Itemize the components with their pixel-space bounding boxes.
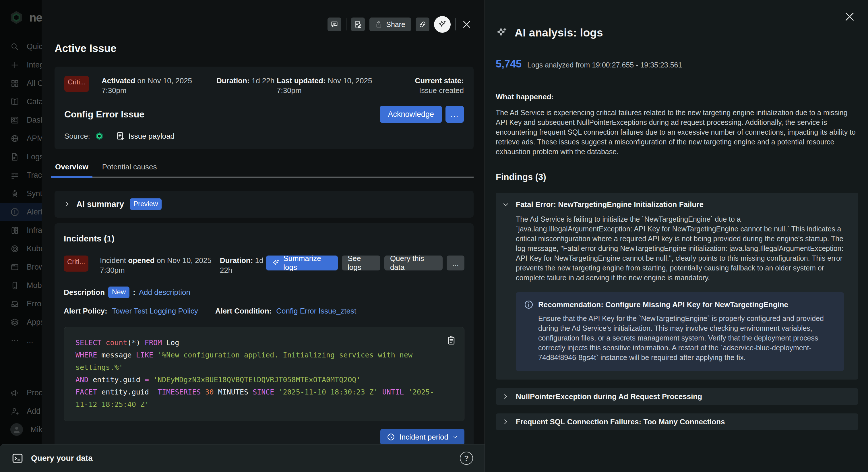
recommendation-box: Recommendation: Configure Missing API Ke… bbox=[516, 292, 844, 371]
finding-header[interactable]: Frequent SQL Connection Failures: Too Ma… bbox=[496, 413, 858, 430]
toolbar-divider bbox=[346, 19, 346, 30]
what-happened-label: What happened: bbox=[496, 92, 858, 101]
incidents-card: Incidents (1) Criti... Incident opened o… bbox=[55, 224, 474, 464]
query-your-data-button[interactable]: Query your data bbox=[31, 453, 93, 463]
recommendation-title: Recommendation: Configure Missing API Ke… bbox=[538, 300, 788, 309]
summarize-logs-label: Summarize logs bbox=[283, 254, 332, 272]
incident-more-button[interactable]: ... bbox=[446, 256, 464, 270]
incident-actions: Summarize logs See logs Query this data … bbox=[266, 256, 464, 270]
chevron-down-icon bbox=[496, 201, 516, 208]
ai-summary-card[interactable]: AI summary Preview bbox=[55, 190, 474, 217]
finding-card: NullPointerException during Ad Request P… bbox=[496, 388, 858, 405]
active-issue-modal: Share Active Issue Criti... Activated on… bbox=[42, 0, 485, 472]
new-badge: New bbox=[108, 287, 129, 298]
findings-list: Fatal Error: NewTargetingEngine Initiali… bbox=[496, 193, 858, 430]
finding-header[interactable]: Fatal Error: NewTargetingEngine Initiali… bbox=[496, 193, 858, 209]
duration-meta: Duration: 1d 22h bbox=[216, 76, 277, 86]
issue-payload-button[interactable]: Issue payload bbox=[116, 131, 175, 141]
description-label: Description bbox=[64, 288, 105, 297]
incident-period-row: Incident period bbox=[64, 429, 464, 445]
finding-card: Fatal Error: NewTargetingEngine Initiali… bbox=[496, 193, 858, 380]
finding-title: Frequent SQL Connection Failures: Too Ma… bbox=[516, 417, 858, 426]
acknowledge-button[interactable]: Acknowledge bbox=[380, 106, 442, 123]
current-state-meta: Current state: Issue created bbox=[397, 76, 464, 95]
link-icon bbox=[418, 20, 427, 28]
incident-opened-meta: Incident opened on Nov 10, 2025 7:30pm bbox=[100, 256, 220, 275]
help-button[interactable]: ? bbox=[460, 452, 473, 465]
ai-analysis-panel: AI analysis: logs 5,745 Logs analyzed fr… bbox=[485, 0, 868, 472]
edit-note-button[interactable] bbox=[351, 18, 365, 31]
panel-close-button[interactable] bbox=[844, 11, 856, 22]
add-description-link[interactable]: Add description bbox=[139, 288, 190, 297]
finding-header[interactable]: NullPointerException during Ad Request P… bbox=[496, 388, 858, 405]
comment-icon bbox=[330, 20, 338, 28]
clock-icon bbox=[386, 433, 395, 441]
share-label: Share bbox=[386, 20, 405, 29]
issue-name: Config Error Issue bbox=[64, 109, 144, 120]
chevron-down-icon bbox=[453, 434, 458, 440]
issue-summary-card: Criti... Activated on Nov 10, 2025 7:30p… bbox=[55, 67, 474, 149]
query-this-data-button[interactable]: Query this data bbox=[384, 256, 443, 270]
severity-badge: Criti... bbox=[64, 256, 88, 272]
issue-tabs: Overview Potential causes bbox=[55, 163, 474, 178]
log-count-row: 5,745 Logs analyzed from 19:00:27.655 - … bbox=[496, 58, 858, 70]
sparkle-icon bbox=[438, 20, 447, 29]
app-root: new QuickIntegAll CaCatalDashAPMLogsTrac… bbox=[0, 0, 868, 472]
issue-actions: Acknowledge ... bbox=[380, 106, 464, 123]
page-title: Active Issue bbox=[55, 42, 474, 55]
comment-button[interactable] bbox=[328, 18, 341, 31]
see-logs-button[interactable]: See logs bbox=[342, 256, 380, 270]
copy-link-button[interactable] bbox=[415, 18, 429, 31]
toolbar-divider bbox=[455, 19, 456, 30]
log-count: 5,745 bbox=[496, 58, 522, 70]
chevron-right-icon bbox=[496, 393, 516, 400]
findings-heading: Findings (3) bbox=[496, 172, 858, 182]
finding-card: Frequent SQL Connection Failures: Too Ma… bbox=[496, 413, 858, 430]
query-bar: Query your data ? bbox=[0, 444, 485, 472]
terminal-icon bbox=[11, 452, 24, 464]
incident-period-button[interactable]: Incident period bbox=[380, 429, 464, 445]
issue-meta-row: Criti... Activated on Nov 10, 2025 7:30p… bbox=[64, 76, 464, 95]
panel-title: AI analysis: logs bbox=[515, 26, 603, 39]
finding-title: Fatal Error: NewTargetingEngine Initiali… bbox=[516, 200, 858, 209]
nrql-query: SELECT count(*) FROM LogWHERE message LI… bbox=[75, 336, 435, 411]
issue-more-button[interactable]: ... bbox=[445, 106, 464, 123]
description-separator: : bbox=[133, 288, 135, 297]
finding-title: NullPointerException during Ad Request P… bbox=[516, 392, 858, 401]
issue-title-row: Config Error Issue Acknowledge ... bbox=[64, 106, 464, 123]
new-relic-source-icon bbox=[95, 131, 104, 141]
chevron-right-icon bbox=[496, 418, 516, 425]
preview-badge: Preview bbox=[130, 198, 162, 210]
modal-close-button[interactable] bbox=[460, 18, 473, 31]
recommendation-body: Ensure that the API Key for the `NewTarg… bbox=[538, 314, 836, 362]
finding-body: The Ad Service is failing to initialize … bbox=[516, 214, 850, 283]
what-happened-text: The Ad Service is experiencing critical … bbox=[496, 108, 858, 156]
ai-assistant-button[interactable] bbox=[434, 16, 451, 33]
panel-divider bbox=[504, 447, 849, 447]
copy-query-button[interactable] bbox=[446, 335, 456, 346]
recommendation-header: Recommendation: Configure Missing API Ke… bbox=[524, 300, 836, 309]
incidents-heading: Incidents (1) bbox=[64, 234, 464, 243]
panel-header: AI analysis: logs bbox=[496, 26, 858, 39]
issue-toolbar: Share bbox=[328, 16, 473, 33]
incident-meta-row: Criti... Incident opened on Nov 10, 2025… bbox=[64, 256, 464, 275]
share-icon bbox=[375, 21, 383, 28]
sparkle-icon bbox=[496, 27, 508, 39]
nrql-query-block: SELECT count(*) FROM LogWHERE message LI… bbox=[64, 327, 464, 421]
analyzed-range: Logs analyzed from 19:00:27.655 - 19:35:… bbox=[527, 61, 682, 69]
sparkle-icon bbox=[272, 259, 280, 267]
share-button[interactable]: Share bbox=[369, 18, 411, 31]
alert-condition-label: Alert Condition: bbox=[215, 306, 272, 316]
payload-document-icon bbox=[116, 131, 125, 141]
ai-summary-title: AI summary bbox=[76, 200, 124, 209]
alert-policy-label: Alert Policy: bbox=[64, 306, 107, 316]
source-label: Source: bbox=[64, 132, 90, 141]
alert-condition-link[interactable]: Config Error Issue_ztest bbox=[276, 306, 356, 316]
tab-potential-causes[interactable]: Potential causes bbox=[102, 163, 158, 177]
alert-policy-link[interactable]: Tower Test Logging Policy bbox=[112, 306, 198, 316]
close-icon bbox=[462, 20, 472, 29]
summarize-logs-button[interactable]: Summarize logs bbox=[266, 256, 338, 270]
tab-overview[interactable]: Overview bbox=[55, 163, 89, 177]
activated-meta: Activated on Nov 10, 2025 7:30pm bbox=[102, 76, 216, 95]
severity-badge: Criti... bbox=[64, 76, 89, 92]
